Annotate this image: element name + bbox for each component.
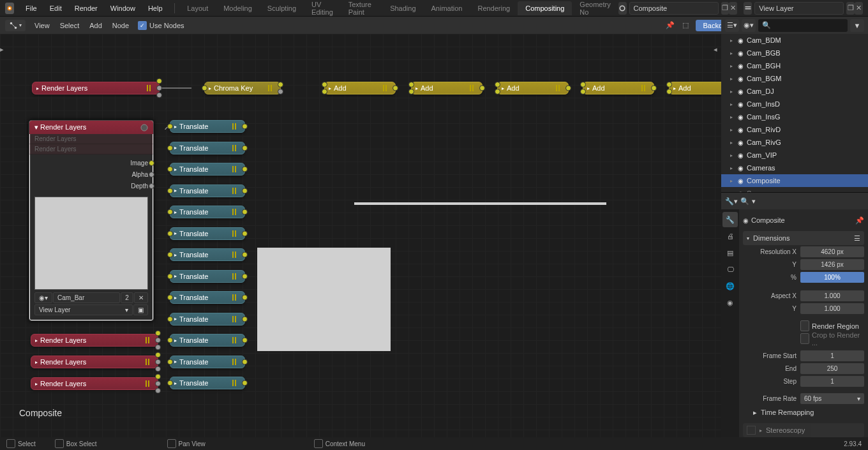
dropdown-frame-rate[interactable]: 60 fps▾ xyxy=(800,393,864,404)
tab-viewlayer-icon[interactable]: ▤ xyxy=(722,245,738,260)
node-add[interactable]: ▸Add xyxy=(669,82,721,94)
scene-name-input[interactable] xyxy=(629,2,719,15)
outliner-row[interactable]: ▸Cam_BGM xyxy=(721,72,868,85)
node-translate[interactable]: ▸Translate xyxy=(170,291,245,304)
header-add-menu[interactable]: Add xyxy=(84,20,107,31)
scene-browse-button[interactable] xyxy=(618,2,627,15)
toolbar-expand-icon[interactable]: ▸ xyxy=(0,45,8,53)
node-render-layers[interactable]: ▸Render Layers xyxy=(31,356,158,368)
workspace-animation[interactable]: Animation xyxy=(424,1,470,15)
outliner-row[interactable]: ▸Cam_InsG xyxy=(721,110,868,123)
viewlayer-new-button[interactable]: ❐ xyxy=(846,2,855,15)
node-translate[interactable]: ▸Translate xyxy=(170,356,245,368)
scene-delete-button[interactable]: ✕ xyxy=(729,2,737,15)
outliner-tree[interactable]: ▸Cam_BDM▸Cam_BGB▸Cam_BGH▸Cam_BGM▸Cam_DJ▸… xyxy=(721,34,868,192)
input-resolution-y[interactable]: 1426 px xyxy=(800,259,864,270)
editor-type-icon[interactable]: 🔧▾ xyxy=(725,197,738,206)
viewlayer-name-input[interactable] xyxy=(754,2,844,15)
outliner-row[interactable]: ▸Scene xyxy=(721,187,868,192)
scene-new-button[interactable]: ❐ xyxy=(721,2,730,15)
scene-name-field[interactable] xyxy=(634,4,714,12)
input-resolution-pct[interactable]: 100% xyxy=(800,272,864,283)
checkbox-stereo[interactable] xyxy=(747,426,756,435)
input-frame-step[interactable]: 1 xyxy=(800,376,864,387)
node-translate[interactable]: ▸Translate xyxy=(170,163,245,176)
node-chroma-key[interactable]: ▸Chroma Key xyxy=(204,82,281,94)
section-dimensions[interactable]: ▾Dimensions ☰ xyxy=(743,231,864,245)
node-translate[interactable]: ▸Translate xyxy=(170,248,245,261)
viewlayer-field[interactable]: View Layer▾ xyxy=(34,304,133,315)
render-button-icon[interactable]: ▣ xyxy=(133,304,148,315)
output-alpha[interactable]: Alpha xyxy=(34,169,148,180)
section-time-remapping[interactable]: ▸Time Remapping xyxy=(743,405,864,419)
filter-icon[interactable]: ▼ xyxy=(850,19,864,32)
node-add[interactable]: ▸Add xyxy=(497,82,569,94)
node-translate[interactable]: ▸Translate xyxy=(170,270,245,283)
workspace-uvediting[interactable]: UV Editing xyxy=(304,0,341,19)
node-add[interactable]: ▸Add xyxy=(411,82,483,94)
tab-world-icon[interactable]: 🌐 xyxy=(722,278,738,294)
editor-type-icon[interactable]: ☰▾ xyxy=(725,19,739,32)
use-nodes-toggle[interactable]: ✓ Use Nodes xyxy=(138,21,184,30)
outliner-row[interactable]: ▸Cam_RivG xyxy=(721,136,868,149)
presets-icon[interactable]: ☰ xyxy=(854,234,860,243)
node-translate[interactable]: ▸Translate xyxy=(170,142,245,154)
properties-search-input[interactable]: 🔍 xyxy=(740,197,749,206)
scene-name-field[interactable]: Cam_Bar xyxy=(53,292,120,303)
workspace-modeling[interactable]: Modeling xyxy=(216,1,260,15)
outliner-row[interactable]: ▸Cam_BGH xyxy=(721,59,868,72)
header-select-menu[interactable]: Select xyxy=(55,20,85,31)
menu-help[interactable]: Help xyxy=(142,2,169,15)
node-translate[interactable]: ▸Translate xyxy=(170,120,245,133)
display-mode-icon[interactable]: ◉▾ xyxy=(742,19,756,32)
outliner-row[interactable]: ▸Cam_VIP xyxy=(721,149,868,161)
workspace-compositing[interactable]: Compositing xyxy=(518,1,572,15)
input-resolution-x[interactable]: 4620 px xyxy=(800,246,864,257)
menu-edit[interactable]: Edit xyxy=(43,2,68,15)
workspace-sculpting[interactable]: Sculpting xyxy=(260,1,304,15)
outliner-row[interactable]: ▸Cameras xyxy=(721,161,868,174)
header-view-menu[interactable]: View xyxy=(29,20,55,31)
menu-render[interactable]: Render xyxy=(68,2,104,15)
viewlayer-delete-button[interactable]: ✕ xyxy=(855,2,863,15)
node-translate[interactable]: ▸Translate xyxy=(170,227,245,240)
workspace-layout[interactable]: Layout xyxy=(179,1,216,15)
workspace-texturepaint[interactable]: Texture Paint xyxy=(341,0,382,19)
scene-unlink-icon[interactable]: ✕ xyxy=(134,292,148,303)
outliner-row[interactable]: ▸Cam_DJ xyxy=(721,85,868,98)
menu-window[interactable]: Window xyxy=(104,2,142,15)
options-icon[interactable]: ▾ xyxy=(752,197,756,206)
node-editor-canvas[interactable]: ▸ ◂ xyxy=(0,34,721,437)
editor-type-dropdown[interactable]: ▾ xyxy=(5,20,26,31)
snap-icon[interactable]: ⬚ xyxy=(678,19,692,33)
outliner-row[interactable]: ▸Cam_BDM xyxy=(721,34,868,47)
input-frame-end[interactable]: 250 xyxy=(800,363,864,374)
outliner-row[interactable]: ▸Cam_BGB xyxy=(721,47,868,59)
node-translate[interactable]: ▸Translate xyxy=(170,313,245,326)
blender-logo-icon[interactable] xyxy=(5,3,14,14)
workspace-geometrynodes[interactable]: Geometry No xyxy=(572,0,618,19)
checkbox-render-region[interactable] xyxy=(800,320,809,331)
input-aspect-x[interactable]: 1.000 xyxy=(800,290,864,301)
tab-output-icon[interactable]: 🖨 xyxy=(722,229,738,244)
viewlayer-name-field[interactable] xyxy=(759,4,839,12)
tab-object-icon[interactable]: ◉ xyxy=(722,295,738,310)
section-stereoscopy[interactable]: ▸Stereoscopy xyxy=(743,423,864,437)
node-translate[interactable]: ▸Translate xyxy=(170,184,245,197)
tab-scene-icon[interactable]: 🖵 xyxy=(722,262,738,277)
viewlayer-browse-button[interactable] xyxy=(744,2,752,15)
outliner-search-input[interactable]: 🔍 xyxy=(758,19,848,32)
workspace-shading[interactable]: Shading xyxy=(382,1,423,15)
node-render-layers[interactable]: ▸Render Layers xyxy=(31,377,158,390)
sidebar-expand-icon[interactable]: ◂ xyxy=(714,45,721,53)
header-node-menu[interactable]: Node xyxy=(107,20,134,31)
node-render-layers-expanded[interactable]: ▾ Render Layers Render Layers Render Lay… xyxy=(29,120,154,321)
output-image[interactable]: Image xyxy=(34,157,148,169)
input-frame-start[interactable]: 1 xyxy=(800,350,864,361)
node-translate[interactable]: ▸Translate xyxy=(170,206,245,218)
pin-icon[interactable]: 📌 xyxy=(663,19,677,33)
tab-render-icon[interactable]: 🔧 xyxy=(722,212,738,227)
output-depth[interactable]: Depth xyxy=(34,180,148,191)
node-add[interactable]: ▸Add xyxy=(324,82,396,94)
scene-users[interactable]: 2 xyxy=(121,292,133,303)
